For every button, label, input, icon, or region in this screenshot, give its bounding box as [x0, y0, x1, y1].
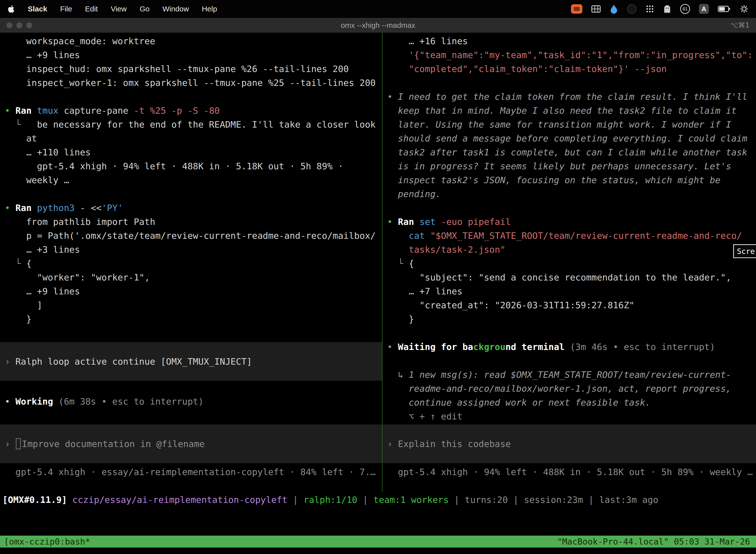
terminal-line: inspect task2's JSON, focusing on the st…	[382, 173, 756, 187]
menubar-status-icons: 61 A	[571, 4, 749, 14]
window-title: omx --xhigh --madmax	[0, 21, 756, 30]
menu-bar: Slack File Edit View Go Window Help 61 A	[0, 0, 756, 18]
terminal-line: • Ran tmux capture-pane -t %25 -p -S -80	[0, 104, 382, 118]
terminal-line: '{"team_name":"my-team","task_id":"1","f…	[382, 48, 756, 62]
ralph-loop-text: Ralph loop active continue [OMX_TMUX_INJ…	[15, 356, 252, 367]
grid-icon[interactable]	[591, 5, 601, 13]
terminal-line: • I need to get the claim token from the…	[382, 90, 756, 104]
terminal-line: • Ran python3 - <<'PY'	[0, 201, 382, 215]
terminal-line: inspect_hud: omx sparkshell --tmux-pane …	[0, 62, 382, 76]
terminal-line: workspace_mode: worktree	[0, 34, 382, 48]
terminal-line: [OMX#0.11.9] cczip/essay/ai-reimplementa…	[0, 493, 756, 507]
menu-view[interactable]: View	[111, 5, 126, 13]
terminal-line: • Working (6m 38s • esc to interrupt)	[0, 395, 382, 408]
terminal-line: tasks/task-2.json"	[382, 243, 756, 257]
screen-share-overlay-text: Scre	[737, 247, 755, 256]
terminal-line: pending.	[382, 187, 756, 201]
terminal-line: }	[0, 312, 382, 326]
ralph-loop-banner: › Ralph loop active continue [OMX_TMUX_I…	[0, 342, 382, 381]
terminal-line: ↳ 1 new msg(s): read $OMX_TEAM_STATE_ROO…	[382, 368, 756, 382]
droplet-icon[interactable]	[610, 4, 618, 14]
terminal-line: … +9 lines	[0, 48, 382, 62]
menu-go[interactable]: Go	[140, 5, 149, 13]
terminal-line: weekly …	[0, 173, 382, 187]
left-input-band[interactable]: › Improve documentation in @filename	[0, 425, 382, 463]
left-terminal-pane[interactable]: workspace_mode: worktree … +9 lines insp…	[0, 33, 382, 491]
terminal-line: └ be necessary for the end of the README…	[0, 118, 382, 131]
terminal-line: from pathlib import Path	[0, 215, 382, 229]
terminal-line	[382, 354, 756, 368]
dark-app-icon[interactable]	[627, 4, 636, 14]
terminal-line	[382, 201, 756, 215]
terminal-line: └ {	[0, 257, 382, 271]
terminal-line: p = Path('.omx/state/team/review-current…	[0, 229, 382, 243]
terminal-line: should send a message before completing …	[382, 131, 756, 146]
terminal-line: gpt-5.4 xhigh · 94% left · 488K in · 5.1…	[382, 465, 756, 479]
left-input-placeholder: Improve documentation in @filename	[22, 439, 205, 449]
screen-recording-indicator[interactable]	[571, 4, 582, 14]
terminal-line: • Waiting for background terminal (3m 46…	[382, 340, 756, 354]
ghost-icon[interactable]	[663, 4, 671, 14]
terminal-line: "worker": "worker-1",	[0, 271, 382, 284]
input-source-letter: A	[702, 5, 706, 13]
terminal-line	[0, 187, 382, 201]
screen-recording-inner	[574, 7, 580, 11]
terminal-line: later. Using the same for transition mig…	[382, 118, 756, 131]
minimize-button[interactable]	[16, 22, 22, 28]
terminal-line: "completed","claim_token":"claim-token"}…	[382, 62, 756, 76]
tmux-status-bar: [omx-cczip0:bash* "MacBook-Pro-44.local"…	[0, 536, 756, 548]
desktop: { "colors": { "accent_green": "#45c445",…	[0, 0, 756, 554]
battery-icon[interactable]	[718, 6, 731, 12]
terminal-line: continue assigned work or next feasible …	[382, 396, 756, 409]
gauge-61-icon[interactable]: 61	[680, 4, 690, 14]
right-input-band[interactable]: › Explain this codebase	[382, 425, 756, 463]
terminal-line: • Ran set -euo pipefail	[382, 215, 756, 229]
window-shortcut-hint: ⌥⌘1	[730, 21, 750, 29]
terminal-line: }	[382, 312, 756, 326]
right-terminal-pane[interactable]: … +16 lines '{"team_name":"my-team","tas…	[382, 33, 756, 491]
menu-file[interactable]: File	[60, 5, 72, 13]
prompt-chevron: ›	[5, 439, 15, 449]
window-title-bar[interactable]: omx --xhigh --madmax ⌥⌘1	[0, 18, 756, 33]
prompt-chevron: ›	[5, 356, 15, 367]
input-source-icon[interactable]: A	[699, 4, 709, 14]
left-pane-status: gpt-5.4 xhigh · essay/ai-reimplementatio…	[0, 465, 382, 479]
omx-status-line: [OMX#0.11.9] cczip/essay/ai-reimplementa…	[0, 493, 756, 507]
terminal-line: cat "$OMX_TEAM_STATE_ROOT/team/review-cu…	[382, 229, 756, 243]
right-pane-status: gpt-5.4 xhigh · 94% left · 488K in · 5.1…	[382, 465, 756, 479]
terminal-line: … +9 lines	[0, 284, 382, 298]
close-button[interactable]	[6, 22, 12, 28]
zoom-button[interactable]	[26, 22, 32, 28]
prompt-chevron: ›	[387, 439, 398, 449]
tmux-session-label: [omx-cczip0:bash*	[4, 537, 90, 547]
tmux-panes: workspace_mode: worktree … +9 lines insp…	[0, 33, 756, 491]
menu-edit[interactable]: Edit	[85, 5, 98, 13]
working-status: • Working (6m 38s • esc to interrupt)	[0, 395, 382, 408]
fan-icon[interactable]	[740, 4, 749, 13]
right-input-placeholder: Explain this codebase	[398, 439, 511, 449]
terminal-line: gpt-5.4 xhigh · essay/ai-reimplementatio…	[0, 465, 382, 479]
terminal-line: inspect_worker-1: omx sparkshell --tmux-…	[0, 76, 382, 90]
app-menu-slack[interactable]: Slack	[28, 5, 47, 13]
terminal-line: ]	[0, 298, 382, 312]
terminal-line: … +7 lines	[382, 284, 756, 298]
menu-help[interactable]: Help	[202, 5, 217, 13]
screen-share-overlay: Scre	[733, 244, 756, 258]
left-pane-output: workspace_mode: worktree … +9 lines insp…	[0, 34, 382, 326]
terminal-line: at	[0, 131, 382, 146]
terminal-line: └ {	[382, 257, 756, 271]
gauge-value: 61	[683, 6, 688, 12]
right-pane-output: … +16 lines '{"team_name":"my-team","tas…	[382, 34, 756, 424]
tmux-host-clock: "MacBook-Pro-44.local" 05:03 31-Mar-26	[557, 537, 750, 547]
terminal-line: … +3 lines	[0, 243, 382, 257]
apple-menu[interactable]	[7, 5, 15, 13]
terminal-line: "subject": "send a concise recommendatio…	[382, 271, 756, 284]
terminal-line	[382, 326, 756, 340]
terminal-window: workspace_mode: worktree … +9 lines insp…	[0, 33, 756, 554]
terminal-line: … +110 lines	[0, 146, 382, 159]
terminal-line	[0, 90, 382, 104]
terminal-line: task2 after task1 is complete, but can I…	[382, 146, 756, 159]
menu-window[interactable]: Window	[163, 5, 189, 13]
dots-grid-icon[interactable]	[645, 4, 654, 13]
text-cursor	[16, 438, 21, 449]
